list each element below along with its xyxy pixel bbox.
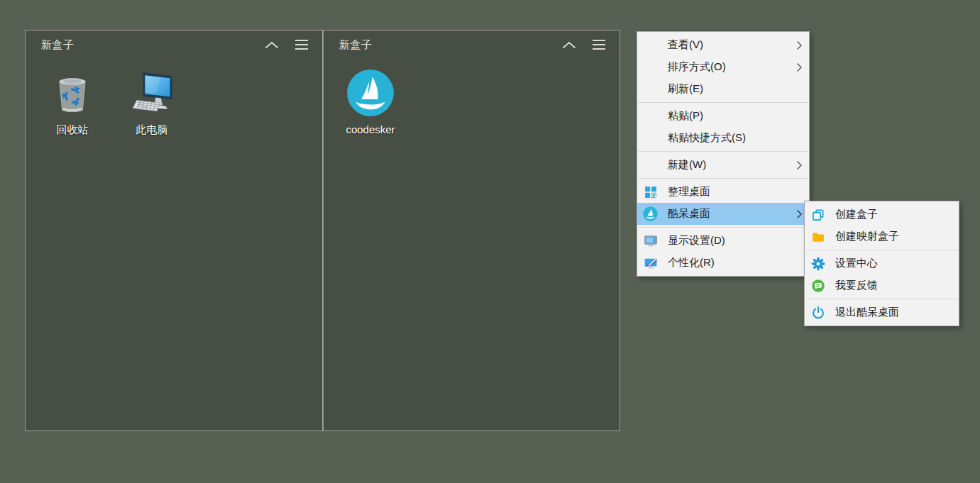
submenu-item-create-mapped-box[interactable]: 创建映射盒子 [805, 226, 959, 248]
menu-item-organize-desktop[interactable]: 整理桌面 [637, 181, 809, 203]
desktop-icon-recycle-bin[interactable]: 回收站 [33, 67, 112, 140]
organize-desktop-icon [643, 184, 658, 199]
chevron-up-icon [265, 40, 279, 49]
menu-item-refresh[interactable]: 刷新(E) [637, 78, 809, 100]
submenu-item-settings-center[interactable]: 设置中心 [805, 252, 959, 274]
collapse-button[interactable] [263, 35, 281, 54]
desktop-icon-label: 回收站 [57, 123, 89, 135]
menu-separator [638, 151, 808, 152]
box-menu-button[interactable] [590, 35, 608, 54]
personalize-icon [643, 255, 658, 270]
desktop-icon-label: 此电脑 [136, 123, 168, 135]
submenu-item-feedback[interactable]: 我要反馈 [805, 274, 959, 296]
collapse-button[interactable] [560, 35, 578, 54]
submenu-arrow-icon [796, 209, 803, 219]
feedback-icon [810, 278, 825, 293]
box-menu-button[interactable] [292, 35, 311, 54]
coodesker-icon [346, 69, 395, 117]
this-pc-icon [128, 69, 176, 117]
box-header[interactable]: 新盒子 [26, 30, 322, 59]
recycle-bin-icon [48, 69, 97, 117]
submenu-arrow-icon [796, 40, 803, 50]
menu-item-new[interactable]: 新建(W) [637, 154, 809, 176]
power-icon [810, 305, 825, 320]
coodesker-icon [643, 206, 658, 221]
hamburger-icon [593, 40, 605, 50]
folder-icon [810, 229, 825, 244]
desktop-box-left: 新盒子 [25, 30, 323, 431]
submenu-arrow-icon [796, 62, 803, 72]
submenu-arrow-icon [796, 160, 803, 170]
box-title: 新盒子 [339, 38, 549, 52]
menu-separator [805, 250, 958, 250]
menu-separator [805, 299, 958, 299]
desktop-icon-label: coodesker [346, 123, 395, 135]
submenu-item-create-box[interactable]: 创建盒子 [805, 204, 959, 226]
menu-separator [638, 178, 808, 179]
box-title: 新盒子 [41, 38, 251, 52]
menu-item-view[interactable]: 查看(V) [637, 34, 809, 56]
box-header[interactable]: 新盒子 [324, 30, 620, 59]
display-settings-icon [643, 233, 658, 248]
menu-item-sort-by[interactable]: 排序方式(O) [637, 56, 809, 78]
box-body: coodesker [324, 59, 620, 148]
menu-item-display-settings[interactable]: 显示设置(D) [637, 230, 809, 252]
menu-separator [638, 102, 808, 103]
desktop-context-menu: 查看(V) 排序方式(O) 刷新(E) 粘贴(P) 粘贴快捷方式(S) 新建(W… [637, 31, 810, 277]
menu-item-paste-shortcut[interactable]: 粘贴快捷方式(S) [637, 127, 809, 149]
menu-item-coodesker[interactable]: 酷呆桌面 [637, 203, 809, 225]
coodesker-submenu: 创建盒子 创建映射盒子 [804, 201, 959, 326]
hamburger-icon [295, 40, 308, 50]
box-body: 回收站 [26, 59, 322, 148]
desktop-icon-this-pc[interactable]: 此电脑 [112, 67, 192, 140]
menu-item-personalize[interactable]: 个性化(R) [637, 252, 809, 274]
menu-item-paste[interactable]: 粘贴(P) [637, 105, 809, 127]
chevron-up-icon [562, 40, 576, 49]
desktop-box-right: 新盒子 coodesker [323, 30, 620, 431]
submenu-item-exit-coodesker[interactable]: 退出酷呆桌面 [805, 301, 959, 323]
menu-separator [638, 227, 808, 228]
desktop-icon-coodesker[interactable]: coodesker [331, 67, 410, 140]
gear-icon [810, 256, 825, 271]
create-box-icon [810, 207, 825, 222]
